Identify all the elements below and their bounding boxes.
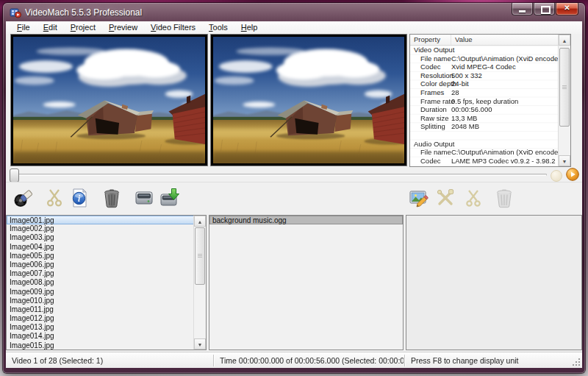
property-row[interactable]: Raw size13,3 MB	[410, 114, 559, 123]
file-info-button[interactable]: i	[69, 188, 90, 208]
list-item[interactable]: Image012.jpg	[7, 314, 194, 323]
import-files-button[interactable]	[159, 188, 180, 208]
list-item[interactable]: Image013.jpg	[7, 323, 194, 332]
cut-video-button[interactable]	[44, 188, 65, 208]
list-item[interactable]: Image014.jpg	[7, 332, 194, 341]
edit-image-icon	[409, 188, 429, 208]
scroll-down-icon[interactable]: ▼	[559, 155, 570, 166]
property-row[interactable]: CodecXvid MPEG-4 Codec	[410, 63, 559, 71]
clean-project-button[interactable]	[13, 188, 34, 208]
list-item[interactable]: Image010.jpg	[7, 297, 194, 305]
property-section-row[interactable]: Audio Output	[410, 140, 559, 149]
property-name: Video Output	[410, 46, 454, 54]
property-rows: Video OutputFile nameC:\Output\Animation…	[410, 46, 559, 166]
titlebar: VideoMach 5.5.3 Professional ✕	[3, 3, 585, 21]
minimize-icon	[519, 10, 526, 13]
list-item[interactable]: Image015.jpg	[7, 341, 194, 350]
list-item[interactable]: Image002.jpg	[7, 224, 194, 233]
scrollbar-thumb[interactable]	[559, 48, 570, 127]
menu-item-edit[interactable]: Edit	[37, 21, 64, 34]
scrollbar-thumb[interactable]	[195, 227, 205, 285]
video-list-scrollbar[interactable]: ▲ ▼	[193, 216, 206, 350]
property-value: 28	[451, 88, 559, 97]
cut-audio-button[interactable]	[463, 188, 484, 208]
list-item[interactable]: Image005.jpg	[7, 252, 194, 260]
list-item[interactable]: Image003.jpg	[7, 233, 194, 242]
list-item[interactable]: background music.ogg	[209, 216, 403, 224]
property-value: 00:00:56.000	[451, 105, 559, 114]
status-time-info: Time 00:00:00.000 of 00:00:56.000 (Selec…	[214, 352, 404, 368]
app-window: VideoMach 5.5.3 Professional ✕ FileEditP…	[3, 3, 585, 373]
property-row[interactable]: Frame rate0.5 fps, keep duration	[410, 97, 559, 106]
property-name: Splitting	[410, 122, 451, 131]
scroll-up-icon[interactable]: ▲	[194, 216, 206, 227]
source-preview-pane	[10, 34, 208, 166]
menu-item-help[interactable]: Help	[234, 21, 265, 34]
property-section-row[interactable]: Video Output	[410, 46, 559, 54]
property-row[interactable]: Splitting2048 MB	[410, 122, 559, 131]
property-row[interactable]: File nameC:\Output\Animation (XviD encod…	[410, 54, 559, 63]
list-item[interactable]: Image011.jpg	[7, 305, 194, 314]
list-item[interactable]: Image007.jpg	[7, 269, 194, 278]
menu-item-preview[interactable]: Preview	[102, 21, 144, 34]
menu-item-file[interactable]: File	[10, 21, 37, 34]
property-value: C:\Output\Animation (XviD encoded).avi	[451, 148, 559, 157]
export-video-button[interactable]	[134, 188, 154, 208]
property-row[interactable]: File nameC:\Output\Animation (XviD encod…	[410, 148, 559, 157]
output-preview-image	[213, 37, 404, 163]
video-file-list: Image001.jpgImage002.jpgImage003.jpgImag…	[7, 216, 194, 350]
property-name: Frame rate	[410, 97, 451, 106]
property-column-header[interactable]: Property	[410, 35, 451, 45]
property-name: File name	[410, 148, 451, 157]
delete-icon	[101, 188, 122, 208]
property-value	[454, 140, 559, 149]
menu-item-tools[interactable]: Tools	[202, 21, 234, 34]
list-item[interactable]: Image009.jpg	[7, 288, 194, 297]
client-area: FileEditProjectPreviewVideo FiltersTools…	[6, 21, 582, 368]
property-name: Resolution	[410, 71, 451, 80]
property-name: Color depth	[410, 79, 451, 88]
window-title: VideoMach 5.5.3 Professional	[25, 7, 142, 18]
list-item[interactable]: Image004.jpg	[7, 243, 194, 252]
pause-button[interactable]	[551, 170, 562, 182]
status-bar: Video 1 of 28 (Selected: 1) Time 00:00:0…	[6, 352, 582, 368]
output-preview-pane	[210, 34, 407, 166]
maximize-button[interactable]	[534, 3, 555, 15]
property-row[interactable]: Frames28	[410, 88, 559, 97]
export-drive-icon	[134, 188, 154, 208]
menu-item-project[interactable]: Project	[64, 21, 102, 34]
property-row[interactable]: Duration00:00:56.000	[410, 105, 559, 114]
extra-list-panel	[406, 215, 582, 350]
minimize-button[interactable]	[512, 3, 533, 15]
property-name: Codec	[410, 63, 451, 71]
delete-audio-button[interactable]	[494, 188, 514, 208]
seek-slider-track[interactable]	[10, 174, 547, 176]
close-button[interactable]: ✕	[556, 3, 578, 15]
list-item[interactable]: Image008.jpg	[7, 278, 194, 287]
list-item[interactable]: Image001.jpg	[7, 216, 194, 224]
property-name: Audio Output	[410, 140, 454, 149]
seek-slider-thumb[interactable]	[10, 169, 19, 182]
properties-scrollbar[interactable]: ▲ ▼	[558, 35, 570, 166]
clean-project-icon	[13, 188, 34, 208]
property-row[interactable]: CodecLAME MP3 Codec v0.9.2 - 3.98.2	[410, 157, 559, 166]
property-value: Xvid MPEG-4 Codec	[451, 63, 559, 71]
scroll-up-icon[interactable]: ▲	[559, 35, 570, 46]
delete-video-button[interactable]	[101, 188, 122, 208]
property-row[interactable]: Color depth24-bit	[410, 79, 559, 88]
scroll-down-icon[interactable]: ▼	[194, 338, 206, 350]
property-value: 44100 Hz, Stereo, 16-bit	[451, 165, 559, 166]
property-row[interactable]: Format44100 Hz, Stereo, 16-bit	[410, 165, 559, 166]
property-row[interactable]: Resolution500 x 332	[410, 71, 559, 80]
edit-image-button[interactable]	[409, 188, 429, 208]
status-video-info: Video 1 of 28 (Selected: 1)	[6, 352, 213, 368]
video-file-list-panel: Image001.jpgImage002.jpgImage003.jpgImag…	[6, 215, 207, 350]
resize-grip[interactable]	[572, 358, 581, 366]
property-value: LAME MP3 Codec v0.9.2 - 3.98.2	[451, 157, 559, 166]
property-name: Frames	[410, 88, 451, 97]
value-column-header[interactable]: Value	[451, 35, 559, 45]
tools-button[interactable]	[435, 188, 456, 208]
play-button[interactable]	[566, 168, 579, 181]
list-item[interactable]: Image006.jpg	[7, 260, 194, 269]
menu-item-video-filters[interactable]: Video Filters	[144, 21, 202, 34]
